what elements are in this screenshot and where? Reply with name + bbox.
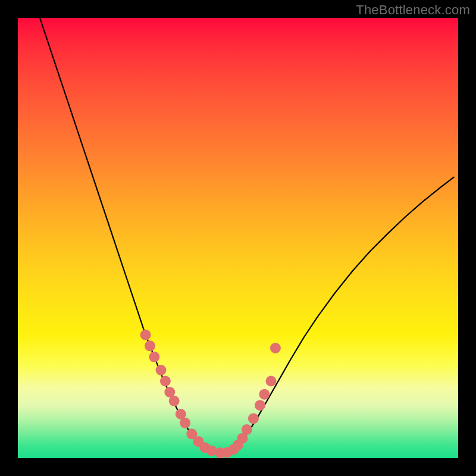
benchmark-point [242,424,252,435]
benchmark-point [169,396,180,406]
chart-stage: TheBottleneck.com [0,0,476,476]
benchmark-point [180,418,190,428]
benchmark-point [149,352,159,362]
benchmark-point [140,330,151,340]
brand-watermark: TheBottleneck.com [356,2,470,18]
benchmark-point [145,340,155,351]
marker-group [140,330,281,458]
benchmark-point [266,376,277,387]
benchmark-point [248,413,259,424]
markers-svg [18,18,458,458]
benchmark-point [160,376,171,387]
plot-area [18,18,458,458]
benchmark-point [255,400,265,411]
benchmark-point [259,389,270,400]
benchmark-point [156,365,167,375]
benchmark-point [270,343,281,353]
